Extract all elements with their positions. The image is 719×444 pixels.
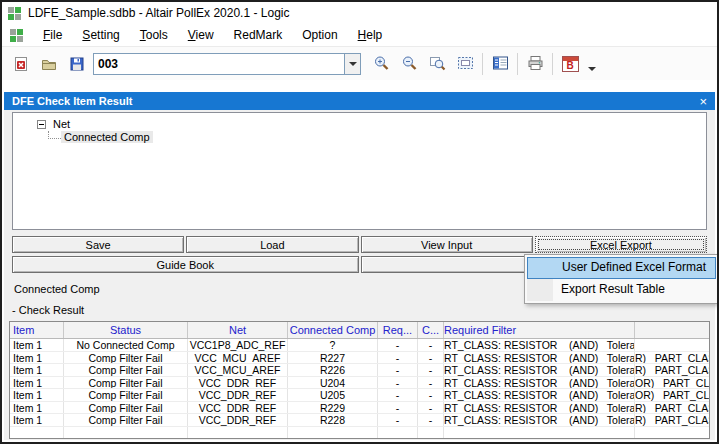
table-row[interactable]: Item 1Comp Filter FailVCC_DDR_REFR229--R…	[10, 402, 709, 415]
save-icon[interactable]	[64, 51, 90, 77]
app-icon[interactable]	[8, 7, 21, 20]
menu-item-user-defined-excel-format[interactable]: User Defined Excel Format	[527, 257, 716, 279]
table-cell: Item 1	[10, 389, 64, 401]
open-folder-icon[interactable]	[36, 51, 62, 77]
view-input-button[interactable]: View Input	[361, 236, 533, 253]
header-connected-comp[interactable]: Connected Comp	[288, 322, 378, 338]
close-board-icon[interactable]	[8, 51, 34, 77]
header-req[interactable]: Req...	[378, 322, 418, 338]
table-row-empty	[10, 427, 709, 440]
menu-view[interactable]: View	[178, 26, 224, 44]
view-select-combo[interactable]: 003	[93, 53, 361, 75]
guide-book-button[interactable]: Guide Book	[12, 256, 359, 273]
table-row[interactable]: Item 1Comp Filter FailVCC_DDR_REFU204--R…	[10, 377, 709, 390]
table-cell: R) PART_CLASS: RI	[635, 352, 709, 364]
header-status[interactable]: Status	[64, 322, 188, 338]
zoom-out-icon[interactable]	[396, 51, 422, 77]
board-list-icon[interactable]	[487, 51, 513, 77]
header-required-filter[interactable]: Required Filter	[444, 322, 635, 338]
table-cell	[188, 427, 288, 439]
table-row[interactable]: Item 1Comp Filter FailVCC_MCU_AREFR226--…	[10, 364, 709, 377]
table-body: Item 1No Connected CompVCC1P8_ADC_REF?--…	[10, 339, 709, 439]
check-result-label: - Check Result	[12, 304, 84, 316]
combo-dropdown-icon[interactable]	[344, 54, 360, 74]
check-item-tree: Net Connected Comp	[12, 112, 707, 230]
table-cell: Comp Filter Fail	[64, 352, 188, 364]
window-title: LDFE_Sample.sdbb - Altair PollEx 2020.1 …	[28, 6, 289, 20]
pane-close-icon[interactable]: ×	[699, 95, 707, 108]
fit-screen-icon[interactable]	[452, 51, 478, 77]
table-row[interactable]: Item 1No Connected CompVCC1P8_ADC_REF?--…	[10, 339, 709, 352]
header-tail[interactable]	[635, 322, 709, 338]
print-icon[interactable]	[522, 51, 548, 77]
table-cell	[10, 427, 64, 439]
excel-export-button[interactable]: Excel Export	[535, 236, 707, 253]
bom-icon[interactable]: B	[557, 51, 583, 77]
table-cell: RT_CLASS: RESISTOR (AND) Toleranc	[444, 389, 635, 401]
table-cell: RT_CLASS: RESISTOR (AND) Toleranc	[444, 352, 635, 364]
table-cell: -	[378, 339, 418, 351]
table-cell: R) PART_CLASS: RI	[635, 364, 709, 376]
table-cell: -	[378, 364, 418, 376]
header-c[interactable]: C...	[418, 322, 444, 338]
table-row[interactable]: Item 1Comp Filter FailVCC_DDR_REFR228--R…	[10, 414, 709, 427]
tree-item-net[interactable]: Net	[19, 117, 706, 131]
menu-item-export-result-table[interactable]: Export Result Table	[527, 279, 716, 301]
table-cell: -	[378, 402, 418, 414]
table-cell: -	[378, 414, 418, 426]
table-cell: Comp Filter Fail	[64, 389, 188, 401]
table-cell: VCC_DDR_REF	[188, 377, 288, 389]
table-cell	[635, 339, 709, 351]
table-cell: Comp Filter Fail	[64, 414, 188, 426]
table-cell: RT_CLASS: RESISTOR (AND) Toleranc	[444, 414, 635, 426]
table-cell: OR) PART_CLASS: A	[635, 377, 709, 389]
menu-option[interactable]: Option	[292, 26, 347, 44]
menu-bar: File Setting Tools View RedMark Option H…	[2, 24, 717, 46]
menu-help[interactable]: Help	[348, 26, 393, 44]
table-cell: U205	[288, 389, 378, 401]
table-cell	[378, 427, 418, 439]
table-cell: -	[378, 352, 418, 364]
table-cell: RT_CLASS: RESISTOR (AND) Toleranc	[444, 402, 635, 414]
table-cell: OR) PART_CLASS: A	[635, 389, 709, 401]
table-cell: No Connected Comp	[64, 339, 188, 351]
table-cell: -	[378, 377, 418, 389]
table-cell: -	[418, 352, 444, 364]
menu-setting[interactable]: Setting	[72, 26, 129, 44]
tree-item-label[interactable]: Connected Comp	[61, 131, 153, 143]
tree-expand-icon[interactable]	[37, 120, 46, 129]
table-cell: R227	[288, 352, 378, 364]
zoom-area-icon[interactable]	[424, 51, 450, 77]
tree-item-label[interactable]: Net	[50, 118, 73, 130]
table-header: Item Status Net Connected Comp Req... C.…	[10, 322, 709, 339]
save-button[interactable]: Save	[12, 236, 184, 253]
table-cell: RT_CLASS: RESISTOR (AND) Toleranc	[444, 339, 635, 351]
table-cell: Item 1	[10, 364, 64, 376]
table-cell: VCC_MCU_AREF	[188, 352, 288, 364]
header-item[interactable]: Item	[10, 322, 64, 338]
table-row[interactable]: Item 1Comp Filter FailVCC_DDR_REFU205--R…	[10, 389, 709, 402]
document-icon[interactable]	[10, 29, 23, 42]
load-button[interactable]: Load	[186, 236, 358, 253]
toolbar-overflow-icon[interactable]	[588, 67, 596, 71]
menu-file[interactable]: File	[33, 26, 72, 44]
menu-redmark[interactable]: RedMark	[224, 26, 293, 44]
menu-tools[interactable]: Tools	[130, 26, 178, 44]
tree-item-connected-comp[interactable]: Connected Comp	[19, 131, 706, 145]
section-title: Connected Comp	[14, 283, 100, 295]
table-row[interactable]: Item 1Comp Filter FailVCC_MCU_AREFR227--…	[10, 352, 709, 365]
excel-export-context-menu: User Defined Excel Format Export Result …	[524, 254, 719, 304]
table-cell: R) PART_CLASS: RI	[635, 414, 709, 426]
table-cell: R226	[288, 364, 378, 376]
table-cell: Item 1	[10, 377, 64, 389]
table-cell: Item 1	[10, 352, 64, 364]
header-net[interactable]: Net	[188, 322, 288, 338]
spacer	[4, 80, 715, 92]
zoom-in-icon[interactable]	[368, 51, 394, 77]
table-cell: VCC_MCU_AREF	[188, 364, 288, 376]
bom-letter: B	[563, 60, 578, 71]
table-cell: Item 1	[10, 402, 64, 414]
pane-caption: DFE Check Item Result ×	[4, 92, 715, 110]
table-cell: Comp Filter Fail	[64, 402, 188, 414]
table-cell: Comp Filter Fail	[64, 364, 188, 376]
